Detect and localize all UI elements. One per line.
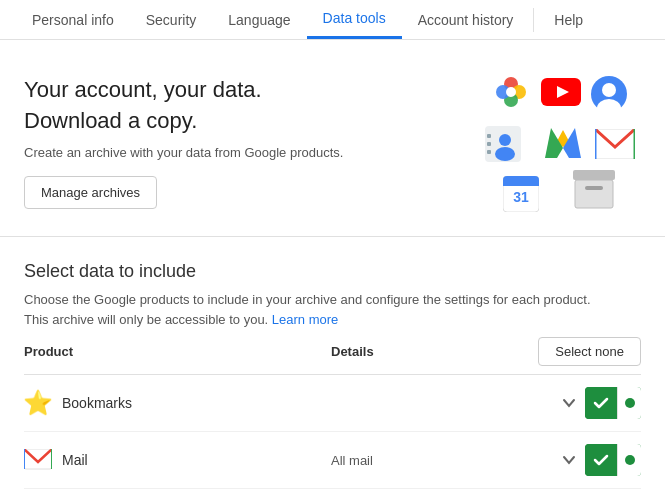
svg-rect-28	[573, 170, 615, 180]
hero-section: Your account, your data. Download a copy…	[0, 40, 665, 237]
svg-rect-31	[585, 186, 603, 190]
table-header: Product Details Select none	[24, 329, 641, 375]
svg-text:31: 31	[513, 189, 529, 205]
svg-point-14	[499, 134, 511, 146]
mail-toggle[interactable]	[585, 444, 641, 476]
product-icons-cluster: 31	[481, 72, 641, 212]
col-header-details: Details	[331, 344, 531, 359]
col-header-action: Select none	[531, 337, 641, 366]
hero-line1: Your account, your data.	[24, 75, 343, 106]
svg-rect-29	[575, 180, 613, 208]
section-title: Select data to include	[24, 261, 641, 282]
bookmarks-expand-chevron[interactable]	[559, 393, 579, 413]
nav-security[interactable]: Security	[130, 2, 213, 38]
bookmarks-label: Bookmarks	[62, 395, 132, 411]
mail-toggle-check[interactable]	[585, 444, 617, 476]
hero-line2: Download a copy.	[24, 106, 343, 137]
mail-label: Mail	[62, 452, 88, 468]
archive-box-icon	[571, 168, 617, 213]
nav-account-history[interactable]: Account history	[402, 2, 530, 38]
youtube-icon	[541, 74, 581, 114]
mail-toggle-dot	[625, 455, 635, 465]
bookmarks-row-actions	[531, 387, 641, 419]
nav-data-tools[interactable]: Data tools	[307, 0, 402, 39]
hero-text: Your account, your data. Download a copy…	[24, 75, 343, 209]
product-name-bookmarks: ⭐ Bookmarks	[24, 389, 331, 417]
calendar-icon: 31	[503, 176, 539, 215]
bookmarks-icon: ⭐	[24, 389, 52, 417]
drive-icon	[543, 124, 583, 164]
data-section: Select data to include Choose the Google…	[0, 237, 665, 501]
svg-rect-26	[503, 182, 539, 186]
product-name-mail: Mail	[24, 446, 331, 474]
nav-bar: Personal info Security Language Data too…	[0, 0, 665, 40]
mail-expand-chevron[interactable]	[559, 450, 579, 470]
photos-icon	[491, 72, 531, 112]
bookmarks-toggle-dot	[625, 398, 635, 408]
nav-personal-info[interactable]: Personal info	[16, 2, 130, 38]
svg-rect-13	[487, 150, 491, 154]
svg-point-15	[495, 147, 515, 161]
svg-rect-12	[487, 142, 491, 146]
nav-language[interactable]: Language	[212, 2, 306, 38]
table-row: Mail All mail	[24, 432, 641, 489]
bookmarks-toggle-switch[interactable]	[617, 387, 641, 419]
mail-icon	[24, 446, 52, 474]
col-header-product: Product	[24, 344, 331, 359]
manage-archives-button[interactable]: Manage archives	[24, 176, 157, 209]
svg-point-4	[506, 87, 516, 97]
gmail-icon-hero	[595, 124, 635, 164]
contacts-icon	[483, 124, 523, 164]
mail-toggle-switch[interactable]	[617, 444, 641, 476]
table-row: ⭐ Bookmarks	[24, 375, 641, 432]
hero-subtitle: Create an archive with your data from Go…	[24, 145, 343, 160]
bookmarks-toggle-check[interactable]	[585, 387, 617, 419]
nav-help[interactable]: Help	[538, 2, 599, 38]
mail-row-actions	[531, 444, 641, 476]
mail-details: All mail	[331, 453, 531, 468]
bookmarks-toggle[interactable]	[585, 387, 641, 419]
svg-rect-11	[487, 134, 491, 138]
account-icon	[589, 74, 629, 114]
select-none-button[interactable]: Select none	[538, 337, 641, 366]
svg-point-8	[602, 83, 616, 97]
nav-divider	[533, 8, 534, 32]
learn-more-link[interactable]: Learn more	[272, 312, 338, 327]
section-subtitle: Choose the Google products to include in…	[24, 290, 641, 329]
